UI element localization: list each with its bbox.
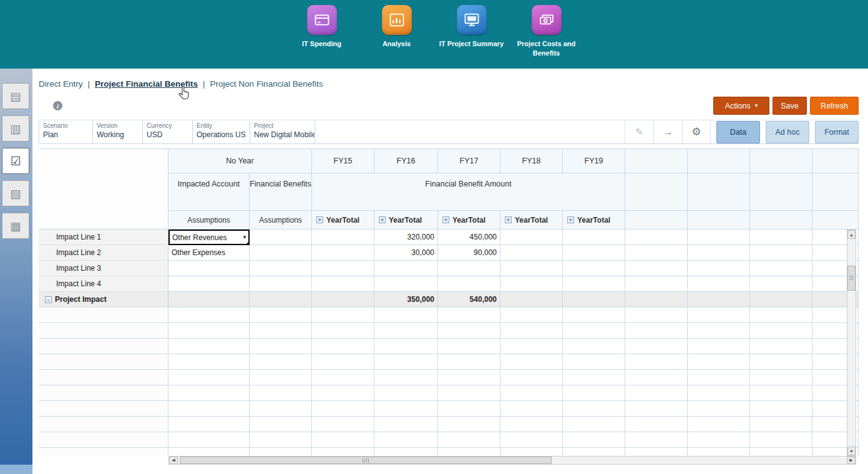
grid-cell[interactable] [312, 261, 374, 276]
grid-cell[interactable] [168, 385, 250, 401]
tab-project-non-financial-benefits[interactable]: Project Non Financial Benefits [210, 79, 323, 89]
sub-header-assumptions[interactable]: Assumptions [168, 211, 250, 230]
grid-cell[interactable] [438, 401, 500, 417]
year-header-fy17[interactable]: FY17 [438, 148, 500, 173]
grid-cell[interactable] [500, 292, 563, 307]
grid-cell[interactable] [250, 245, 312, 261]
info-icon[interactable]: i [53, 101, 62, 110]
grid-cell[interactable] [625, 323, 688, 339]
grid-cell[interactable] [438, 307, 500, 323]
grid-cell[interactable] [168, 292, 250, 307]
grid-cell[interactable] [312, 370, 374, 385]
grid-cell[interactable]: 350,000 [374, 292, 438, 307]
settings-button[interactable]: ⚙ [682, 120, 711, 143]
grid-cell[interactable] [438, 261, 500, 276]
year-header-no-year[interactable]: No Year [168, 148, 312, 173]
grid-cell[interactable] [688, 448, 750, 456]
grid-cell[interactable] [500, 323, 563, 339]
grid-cell[interactable]: 450,000 [438, 230, 500, 245]
grid-cell[interactable] [625, 401, 688, 417]
grid-cell[interactable] [312, 432, 374, 448]
grid-cell[interactable] [168, 432, 250, 448]
sidebar-item-forms[interactable]: ▤ [2, 83, 29, 109]
grid-cell[interactable] [312, 230, 374, 245]
grid-cell[interactable] [750, 417, 812, 432]
grid-cell[interactable] [250, 448, 312, 456]
pov-entity[interactable]: EntityOperations US [193, 120, 250, 143]
grid-cell[interactable] [500, 276, 563, 292]
grid-cell[interactable] [563, 276, 625, 292]
grid-cell[interactable] [374, 401, 438, 417]
grid-cell[interactable] [750, 276, 812, 292]
grid-cell[interactable] [500, 401, 563, 417]
grid-cell[interactable] [374, 370, 438, 385]
grid-cell[interactable]: 90,000 [438, 245, 500, 261]
grid-cell[interactable] [500, 307, 563, 323]
grid-cell[interactable] [168, 276, 250, 292]
sub-header-assumptions[interactable]: Assumptions [250, 211, 312, 230]
grid-cell[interactable] [168, 261, 250, 276]
grid-cell[interactable] [563, 432, 625, 448]
grid-cell[interactable] [168, 448, 250, 456]
grid-cell[interactable] [688, 370, 750, 385]
grid-cell[interactable] [500, 245, 563, 261]
grid-cell[interactable] [250, 385, 312, 401]
pov-currency[interactable]: CurrencyUSD [143, 120, 193, 143]
group-header-financial-benefit-amount[interactable]: Financial Benefit Amount [312, 173, 625, 211]
grid-cell[interactable] [625, 432, 688, 448]
grid-cell[interactable] [750, 323, 812, 339]
grid-cell[interactable] [168, 307, 250, 323]
grid-cell[interactable] [250, 417, 312, 432]
grid-cell[interactable] [750, 385, 812, 401]
grid-cell[interactable] [688, 323, 750, 339]
expand-icon[interactable]: + [379, 216, 386, 223]
grid-cell[interactable] [625, 339, 688, 354]
grid-cell[interactable] [750, 401, 812, 417]
edit-pencil-button[interactable]: ✎ [625, 120, 653, 143]
top-nav-item-project-costs-and-benefits[interactable]: Project Costs and Benefits [512, 5, 582, 69]
grid-cell[interactable] [625, 292, 688, 307]
grid-cell[interactable] [438, 276, 500, 292]
grid-cell[interactable] [688, 292, 750, 307]
grid-cell[interactable] [250, 323, 312, 339]
grid-cell[interactable] [625, 370, 688, 385]
expand-icon[interactable]: + [567, 216, 574, 223]
grid-cell[interactable] [500, 385, 563, 401]
grid-cell[interactable] [688, 261, 750, 276]
grid-cell[interactable] [688, 339, 750, 354]
adhoc-view-button[interactable]: Ad hoc [766, 121, 809, 143]
horizontal-scrollbar[interactable]: ◀ ▶ [168, 456, 856, 465]
grid-cell[interactable] [312, 401, 374, 417]
grid-cell[interactable] [625, 354, 688, 370]
grid-cell[interactable] [563, 292, 625, 307]
sidebar-item-cubes[interactable]: ▦ [2, 213, 29, 239]
grid-cell[interactable] [250, 276, 312, 292]
grid-cell[interactable] [688, 276, 750, 292]
grid-cell[interactable] [750, 261, 812, 276]
grid-cell[interactable] [688, 401, 750, 417]
grid-cell[interactable] [438, 323, 500, 339]
grid-cell[interactable] [563, 230, 625, 245]
refresh-button[interactable]: Refresh [810, 97, 859, 115]
grid-cell[interactable] [438, 417, 500, 432]
format-view-button[interactable]: Format [815, 121, 859, 143]
grid-cell[interactable] [625, 417, 688, 432]
sidebar-item-tasks[interactable]: ☑ [2, 148, 29, 174]
sub-header-yeartotal[interactable]: +YearTotal [563, 211, 625, 230]
grid-cell[interactable] [250, 230, 312, 245]
top-nav-item-analysis[interactable]: Analysis [362, 5, 432, 69]
grid-cell[interactable] [625, 448, 688, 456]
grid-cell[interactable] [500, 354, 563, 370]
grid-cell[interactable] [750, 432, 812, 448]
go-arrow-button[interactable]: → [653, 120, 682, 143]
grid-cell[interactable] [688, 385, 750, 401]
year-header-fy15[interactable]: FY15 [312, 148, 374, 173]
actions-button[interactable]: Actions ▾ [713, 97, 769, 115]
grid-cell[interactable] [750, 354, 812, 370]
expand-icon[interactable]: + [442, 216, 449, 223]
grid-cell[interactable] [750, 307, 812, 323]
grid-cell[interactable] [250, 354, 312, 370]
grid-cell[interactable] [563, 370, 625, 385]
grid-cell[interactable] [500, 432, 563, 448]
grid-cell[interactable] [438, 385, 500, 401]
